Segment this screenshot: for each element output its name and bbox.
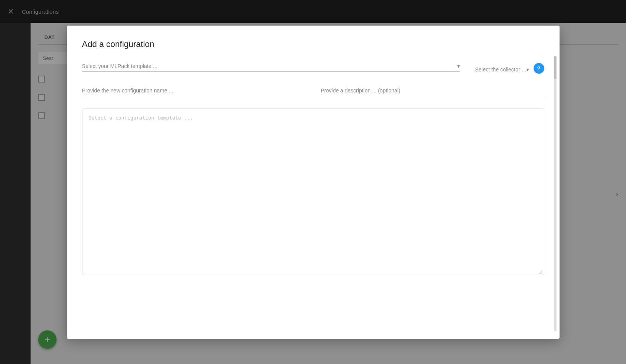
config-template-wrapper: ⊿ (82, 108, 544, 275)
resize-handle-icon[interactable]: ⊿ (538, 269, 544, 275)
collector-field: Select the collector ... ▾ (475, 66, 529, 75)
mlpack-template-dropdown-icon: ▾ (457, 63, 460, 69)
description-field (321, 87, 544, 96)
description-input[interactable] (321, 87, 544, 96)
config-name-input[interactable] (82, 87, 306, 96)
config-template-textarea[interactable] (82, 109, 544, 273)
collector-select[interactable]: Select the collector ... ▾ (475, 66, 529, 75)
modal-scrollbar-thumb (554, 56, 556, 79)
mlpack-template-field: Select your MLPack template ... ▾ (82, 63, 460, 75)
config-name-field (82, 87, 306, 96)
mlpack-template-placeholder: Select your MLPack template ... (82, 63, 457, 69)
mlpack-template-select[interactable]: Select your MLPack template ... ▾ (82, 63, 460, 72)
modal-scrollbar[interactable] (554, 56, 556, 331)
form-row-2 (82, 87, 544, 96)
modal-overlay: Add a configuration Select your MLPack t… (0, 0, 626, 364)
help-icon[interactable]: ? (534, 63, 544, 74)
collector-dropdown-icon: ▾ (526, 66, 529, 73)
collector-field-group: Select the collector ... ▾ ? (475, 63, 544, 75)
add-configuration-modal: Add a configuration Select your MLPack t… (67, 26, 560, 339)
modal-title: Add a configuration (82, 39, 544, 49)
collector-placeholder: Select the collector ... (475, 66, 526, 73)
form-row-1: Select your MLPack template ... ▾ Select… (82, 63, 544, 75)
